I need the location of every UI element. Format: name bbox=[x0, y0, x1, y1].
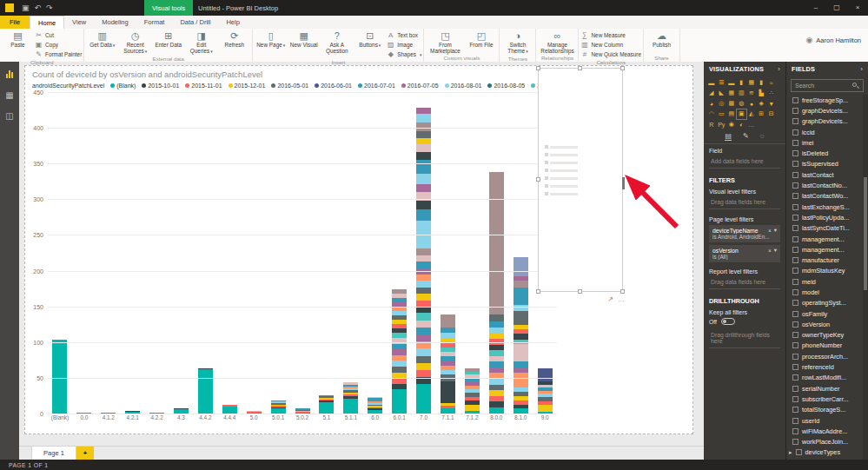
report-canvas[interactable]: Count of deviceId by osVersion and andro… bbox=[19, 62, 704, 460]
tab-home[interactable]: Home bbox=[30, 16, 64, 29]
100-stacked-bar-chart-icon[interactable]: ▬ bbox=[727, 78, 737, 88]
field-checkbox[interactable] bbox=[792, 321, 798, 328]
tab-view[interactable]: View bbox=[64, 16, 94, 29]
field-item[interactable]: workPlaceJoin... bbox=[786, 437, 863, 447]
field-item[interactable]: lastContact bbox=[786, 169, 863, 180]
analytics-pane-tab-icon[interactable]: ◌ bbox=[760, 132, 765, 141]
refresh-button[interactable]: ⟳ Refresh bbox=[218, 30, 250, 48]
field-item[interactable]: management... bbox=[786, 244, 863, 255]
kpi-icon[interactable]: ◭ bbox=[747, 109, 757, 119]
field-item[interactable]: graphDeviceIs... bbox=[786, 116, 863, 127]
field-checkbox[interactable] bbox=[792, 215, 798, 221]
legend-item[interactable]: 2015-10-01 bbox=[142, 83, 179, 89]
tab-file[interactable]: File bbox=[0, 16, 30, 29]
publish-button[interactable]: ☁ Publish bbox=[646, 30, 678, 48]
field-item[interactable]: manufacturer bbox=[786, 255, 863, 265]
100-stacked-column-chart-icon[interactable]: ▮ bbox=[757, 78, 766, 88]
card-icon[interactable]: ▭ bbox=[717, 109, 726, 119]
from-file-button[interactable]: ◰ From File bbox=[465, 30, 497, 48]
field-item[interactable]: graphDeviceIs... bbox=[786, 105, 863, 116]
collapse-panel-icon[interactable]: › bbox=[778, 65, 780, 73]
field-checkbox[interactable] bbox=[792, 247, 798, 253]
scatter-chart-icon[interactable]: ∴ bbox=[767, 89, 777, 98]
edit-queries-button[interactable]: ◨ Edit Queries▾ bbox=[185, 30, 217, 55]
field-checkbox[interactable] bbox=[792, 439, 798, 445]
field-checkbox[interactable] bbox=[792, 257, 798, 263]
redo-icon[interactable]: ↷ bbox=[46, 3, 53, 12]
field-item[interactable]: lastSyncDateTi... bbox=[786, 223, 863, 234]
bar-7.1.2[interactable] bbox=[465, 368, 480, 414]
field-item[interactable]: iccid bbox=[786, 127, 863, 137]
field-item[interactable]: freeStorageSp... bbox=[786, 95, 863, 105]
shape-map-icon[interactable]: ◈ bbox=[757, 99, 766, 109]
get-more-visuals-icon[interactable]: … bbox=[747, 120, 757, 129]
field-checkbox[interactable] bbox=[792, 236, 798, 242]
field-checkbox[interactable] bbox=[792, 161, 798, 167]
pie-chart-icon[interactable]: ◕ bbox=[707, 99, 717, 109]
field-item[interactable]: meid bbox=[786, 276, 863, 287]
switch-theme-button[interactable]: ◑ Switch Theme▾ bbox=[501, 30, 533, 55]
arcgis-map-icon[interactable]: ◉ bbox=[727, 120, 737, 129]
new-page-button[interactable]: ▯ New Page▾ bbox=[255, 30, 287, 49]
recent-sources-button[interactable]: ◷ Recent Sources▾ bbox=[119, 30, 151, 55]
format-pane-tab-icon[interactable]: ✎ bbox=[743, 132, 749, 141]
tab-format[interactable]: Format bbox=[136, 16, 173, 29]
new-measure-button[interactable]: ∑New Measure bbox=[580, 31, 641, 39]
python-visual-icon[interactable]: Py bbox=[717, 120, 726, 129]
r-script-visual-icon[interactable]: R bbox=[707, 120, 717, 129]
expand-filter-icon[interactable]: ▾ bbox=[774, 247, 777, 254]
field-checkbox[interactable] bbox=[792, 289, 798, 295]
field-item[interactable]: lastContactNo... bbox=[786, 180, 863, 190]
get-data-button[interactable]: ▥ Get Data▾ bbox=[86, 30, 118, 49]
resize-handle[interactable] bbox=[622, 177, 625, 189]
field-item[interactable]: userId bbox=[786, 415, 863, 426]
field-checkbox[interactable] bbox=[792, 374, 798, 381]
matrix-icon[interactable]: ⊟ bbox=[767, 109, 777, 119]
report-filter-drop-zone[interactable]: Drag data fields here bbox=[709, 276, 780, 289]
field-checkbox[interactable] bbox=[792, 396, 798, 402]
stacked-column-chart-icon[interactable]: ▮ bbox=[737, 78, 746, 88]
new-visual-button[interactable]: ▦ New Visual bbox=[288, 30, 320, 48]
line-chart-icon[interactable]: ≈ bbox=[767, 78, 777, 88]
resize-handle[interactable] bbox=[536, 66, 540, 70]
table-item[interactable]: ▸deviceTypes bbox=[786, 447, 863, 458]
legend-item[interactable]: 2016-07-05 bbox=[401, 83, 439, 89]
image-button[interactable]: ▨Image bbox=[387, 41, 421, 49]
focus-mode-icon[interactable]: ↗ bbox=[607, 295, 613, 303]
legend-item[interactable]: 2016-08-05 bbox=[487, 83, 525, 89]
collapse-panel-icon[interactable]: › bbox=[860, 65, 863, 73]
ribbon-chart-icon[interactable]: ≋ bbox=[747, 89, 757, 98]
donut-chart-icon[interactable]: ◎ bbox=[717, 99, 726, 109]
field-item[interactable]: model bbox=[786, 287, 863, 297]
field-checkbox[interactable] bbox=[792, 118, 798, 124]
map-icon[interactable]: ◍ bbox=[737, 99, 746, 109]
bar-7.0[interactable] bbox=[416, 108, 431, 414]
resize-handle[interactable] bbox=[536, 177, 540, 182]
page-tab[interactable]: Page 1 bbox=[31, 447, 76, 460]
field-item[interactable]: lastPolicyUpda... bbox=[786, 212, 863, 222]
resize-handle[interactable] bbox=[578, 289, 582, 294]
field-checkbox[interactable] bbox=[792, 108, 798, 114]
undo-icon[interactable]: ↶ bbox=[35, 3, 42, 12]
field-checkbox[interactable] bbox=[792, 332, 798, 338]
multi-row-card-icon[interactable]: ▤ bbox=[727, 109, 737, 119]
field-checkbox[interactable] bbox=[792, 364, 798, 370]
field-item[interactable]: phoneNumber bbox=[786, 341, 863, 351]
field-checkbox[interactable] bbox=[792, 97, 798, 103]
field-item[interactable]: ownerTypeKey bbox=[786, 330, 863, 341]
clustered-bar-chart-icon[interactable]: ☰ bbox=[717, 78, 726, 88]
resize-handle[interactable] bbox=[620, 289, 625, 294]
from-marketplace-button[interactable]: ◳ From Marketplace bbox=[426, 30, 464, 54]
model-view-button[interactable]: ◫ bbox=[2, 107, 17, 124]
bar-5.0.1[interactable] bbox=[271, 400, 286, 414]
field-checkbox[interactable] bbox=[792, 150, 798, 156]
maximize-button[interactable]: ▢ bbox=[826, 0, 847, 16]
field-item[interactable]: lastContactWo... bbox=[786, 191, 863, 202]
field-item[interactable]: management... bbox=[786, 234, 863, 244]
field-checkbox[interactable] bbox=[792, 129, 798, 136]
minimize-button[interactable]: – bbox=[805, 0, 826, 16]
data-view-button[interactable]: ▦ bbox=[2, 86, 17, 103]
fields-pane-tab-icon[interactable]: ▤ bbox=[725, 132, 732, 141]
ask-a-question-button[interactable]: ? Ask A Question bbox=[321, 30, 353, 54]
bar-5.1.1[interactable] bbox=[343, 382, 358, 414]
